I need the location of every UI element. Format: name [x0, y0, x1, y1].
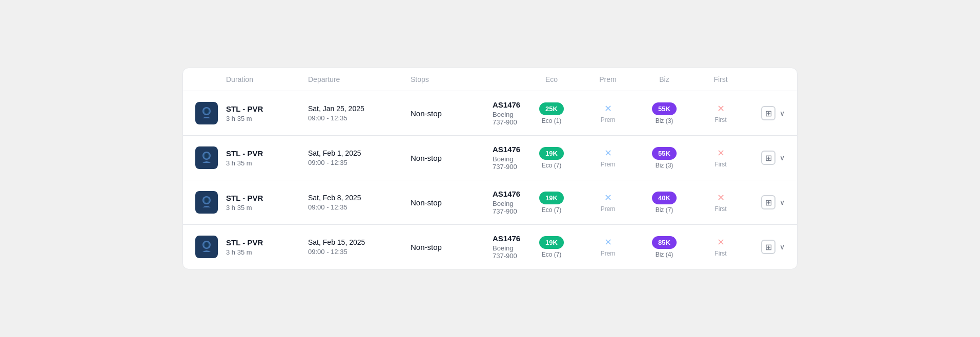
- first-label: First: [714, 205, 726, 213]
- route-info: STL - PVR 3 h 35 m: [226, 149, 308, 167]
- biz-sub: Biz (7): [656, 206, 673, 214]
- airline-logo: [195, 146, 218, 169]
- first-unavailable-icon: ✕: [717, 237, 725, 248]
- prem-unavailable-icon: ✕: [604, 148, 612, 159]
- time: 09:00 - 12:35: [308, 203, 411, 211]
- prem-unavailable-icon: ✕: [604, 237, 612, 248]
- route-info: STL - PVR 3 h 35 m: [226, 238, 308, 256]
- biz-cell[interactable]: 55K Biz (3): [636, 147, 692, 169]
- date: Sat, Feb 15, 2025: [308, 238, 411, 246]
- airline-logo: [195, 102, 218, 124]
- eco-badge: 19K: [539, 147, 564, 160]
- eco-cell[interactable]: 25K Eco (1): [523, 102, 580, 124]
- aircraft: Boeing 737-900: [493, 111, 523, 126]
- svg-point-11: [205, 242, 209, 247]
- flight-details: AS1476 Boeing 737-900: [493, 234, 523, 260]
- prem-label: Prem: [601, 250, 616, 257]
- biz-sub: Biz (3): [656, 117, 673, 124]
- departure-info: Sat, Feb 15, 2025 09:00 - 12:35: [308, 238, 411, 256]
- date: Sat, Feb 8, 2025: [308, 194, 411, 202]
- stops: Non-stop: [411, 154, 493, 162]
- flight-details: AS1476 Boeing 737-900: [493, 189, 523, 215]
- table-row: STL - PVR 3 h 35 m Sat, Feb 15, 2025 09:…: [183, 225, 797, 269]
- eco-sub: Eco (7): [542, 251, 562, 258]
- row-actions: ⊞ ∨: [749, 240, 785, 254]
- row-actions: ⊞ ∨: [749, 106, 785, 120]
- biz-cell[interactable]: 85K Biz (4): [636, 236, 692, 258]
- date: Sat, Jan 25, 2025: [308, 104, 411, 113]
- biz-sub: Biz (4): [656, 251, 673, 258]
- expand-button[interactable]: ∨: [780, 154, 785, 162]
- biz-cell[interactable]: 55K Biz (3): [636, 102, 692, 124]
- duration: 3 h 35 m: [226, 159, 308, 167]
- flight-number: AS1476: [493, 189, 523, 198]
- table-header: Duration Departure Stops Eco Prem Biz Fi…: [183, 68, 797, 91]
- eco-sub: Eco (7): [542, 206, 562, 214]
- departure-info: Sat, Feb 8, 2025 09:00 - 12:35: [308, 194, 411, 211]
- flights-table: Duration Departure Stops Eco Prem Biz Fi…: [182, 68, 798, 269]
- first-unavailable-icon: ✕: [717, 103, 725, 114]
- first-cell: ✕ First: [692, 192, 749, 213]
- flight-number: AS1476: [493, 145, 523, 154]
- duration: 3 h 35 m: [226, 248, 308, 256]
- table-row: STL - PVR 3 h 35 m Sat, Jan 25, 2025 09:…: [183, 91, 797, 136]
- prem-unavailable-icon: ✕: [604, 103, 612, 114]
- duration: 3 h 35 m: [226, 115, 308, 122]
- route: STL - PVR: [226, 194, 308, 202]
- first-unavailable-icon: ✕: [717, 148, 725, 159]
- first-cell: ✕ First: [692, 103, 749, 123]
- eco-cell[interactable]: 19K Eco (7): [523, 147, 580, 169]
- header-logo: [195, 75, 226, 83]
- svg-point-2: [205, 109, 209, 114]
- date: Sat, Feb 1, 2025: [308, 149, 411, 157]
- airline-logo: [195, 191, 218, 214]
- prem-cell: ✕ Prem: [580, 192, 636, 213]
- table-row: STL - PVR 3 h 35 m Sat, Feb 8, 2025 09:0…: [183, 180, 797, 225]
- eco-cell[interactable]: 19K Eco (7): [523, 236, 580, 258]
- first-label: First: [714, 116, 726, 123]
- stops: Non-stop: [411, 109, 493, 118]
- first-cell: ✕ First: [692, 237, 749, 257]
- biz-sub: Biz (3): [656, 162, 673, 169]
- expand-button[interactable]: ∨: [780, 198, 785, 206]
- prem-cell: ✕ Prem: [580, 103, 636, 123]
- prem-label: Prem: [601, 205, 616, 213]
- prem-unavailable-icon: ✕: [604, 192, 612, 203]
- route: STL - PVR: [226, 149, 308, 158]
- route-info: STL - PVR 3 h 35 m: [226, 194, 308, 212]
- biz-cell[interactable]: 40K Biz (7): [636, 192, 692, 214]
- time: 09:00 - 12:35: [308, 248, 411, 256]
- eco-sub: Eco (1): [542, 117, 562, 124]
- first-label: First: [714, 250, 726, 257]
- expand-button[interactable]: ∨: [780, 109, 785, 117]
- header-flight: [493, 75, 523, 83]
- eco-cell[interactable]: 19K Eco (7): [523, 192, 580, 214]
- first-unavailable-icon: ✕: [717, 192, 725, 203]
- prem-cell: ✕ Prem: [580, 237, 636, 257]
- add-button[interactable]: ⊞: [761, 240, 775, 254]
- header-eco: Eco: [523, 75, 580, 83]
- airline-logo: [195, 236, 218, 258]
- stops: Non-stop: [411, 243, 493, 251]
- departure-info: Sat, Feb 1, 2025 09:00 - 12:35: [308, 149, 411, 166]
- flight-number: AS1476: [493, 100, 523, 109]
- time: 09:00 - 12:35: [308, 159, 411, 166]
- departure-info: Sat, Jan 25, 2025 09:00 - 12:35: [308, 104, 411, 122]
- header-biz: Biz: [636, 75, 692, 83]
- add-button[interactable]: ⊞: [761, 195, 775, 209]
- duration: 3 h 35 m: [226, 204, 308, 212]
- add-button[interactable]: ⊞: [761, 151, 775, 165]
- flight-details: AS1476 Boeing 737-900: [493, 100, 523, 126]
- aircraft: Boeing 737-900: [493, 200, 523, 215]
- expand-button[interactable]: ∨: [780, 243, 785, 251]
- row-actions: ⊞ ∨: [749, 151, 785, 165]
- route: STL - PVR: [226, 104, 308, 113]
- biz-badge: 55K: [652, 102, 677, 115]
- eco-badge: 19K: [539, 236, 564, 249]
- aircraft: Boeing 737-900: [493, 244, 523, 260]
- aircraft: Boeing 737-900: [493, 155, 523, 171]
- header-departure: Departure: [308, 75, 411, 83]
- stops: Non-stop: [411, 198, 493, 207]
- flight-details: AS1476 Boeing 737-900: [493, 145, 523, 171]
- add-button[interactable]: ⊞: [761, 106, 775, 120]
